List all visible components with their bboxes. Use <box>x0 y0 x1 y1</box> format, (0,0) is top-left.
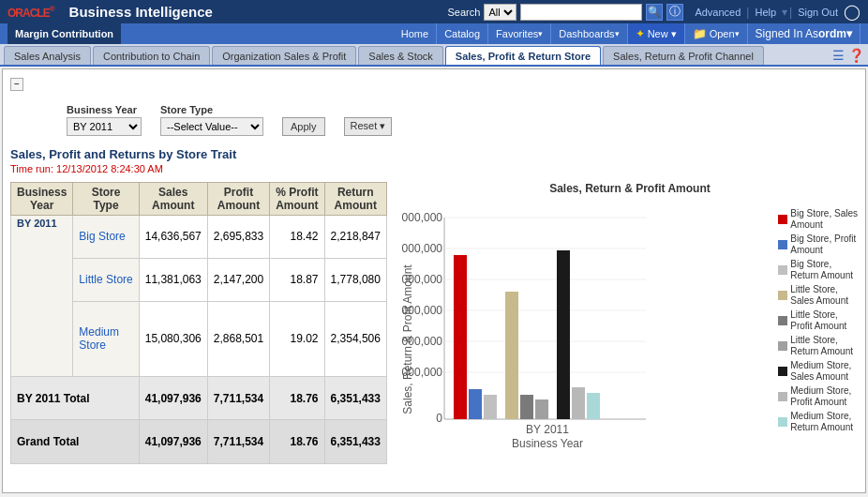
svg-text:6,000,000: 6,000,000 <box>402 335 442 348</box>
legend-label-medium-profit: Medium Store,Profit Amount <box>790 385 851 408</box>
bar-little-sales <box>505 292 518 419</box>
chart-title: Sales, Return & Profit Amount <box>402 182 858 195</box>
tab-help-icon[interactable]: ❓ <box>848 48 864 63</box>
main-content: − Business Year BY 2011 Store Type --Sel… <box>2 68 866 493</box>
total-pct: 18.76 <box>270 377 324 420</box>
tab-sales-profit-return-store[interactable]: Sales, Profit & Return Store <box>445 46 601 65</box>
store-type-label: Store Type <box>160 104 263 115</box>
big-store-link[interactable]: Big Store <box>79 230 125 243</box>
business-year-select[interactable]: BY 2011 <box>67 117 142 136</box>
legend-item-little-returns: Little Store,Return Amount <box>778 335 858 357</box>
search-scope-select[interactable]: All <box>484 4 516 21</box>
folder-icon: 📁 <box>693 27 707 40</box>
legend-color-medium-profit <box>778 392 787 401</box>
chart-svg: Sales, Return & Profit Amount 18,000,000… <box>402 199 674 461</box>
medium-store-sales: 15,080,306 <box>139 301 207 376</box>
reset-button[interactable]: Reset ▾ <box>344 117 393 136</box>
little-store-link[interactable]: Little Store <box>79 273 132 286</box>
data-table: BusinessYear StoreType SalesAmount Profi… <box>10 182 387 464</box>
nav-home[interactable]: Home <box>394 23 437 44</box>
legend-label-medium-sales: Medium Store,Sales Amount <box>790 360 851 383</box>
big-store-sales: 14,636,567 <box>139 215 207 258</box>
col-header-returns: ReturnAmount <box>324 182 386 215</box>
legend-color-medium-returns <box>778 417 787 427</box>
sign-out-link[interactable]: Sign Out <box>794 7 842 18</box>
business-year-label: Business Year <box>67 104 142 115</box>
legend-label-big-profit: Big Store, ProfitAmount <box>790 233 856 256</box>
tab-contribution-to-chain[interactable]: Contribution to Chain <box>93 46 210 65</box>
bar-medium-sales <box>557 250 570 419</box>
bar-medium-returns <box>587 393 600 419</box>
advanced-link[interactable]: Advanced <box>691 7 744 18</box>
col-header-store: StoreType <box>73 182 139 215</box>
svg-text:15,000,000: 15,000,000 <box>402 242 442 255</box>
col-header-sales: SalesAmount <box>139 182 207 215</box>
top-navigation-bar: ORACLE® Business Intelligence Search All… <box>0 0 868 23</box>
bar-big-profit <box>469 389 482 419</box>
bar-little-profit <box>520 395 533 419</box>
little-store-returns: 1,778,080 <box>324 258 386 301</box>
store-type-little: Little Store <box>73 258 139 301</box>
store-type-select[interactable]: --Select Value-- <box>160 117 263 136</box>
nav-catalog[interactable]: Catalog <box>437 23 488 44</box>
nav-open[interactable]: 📁Open <box>685 23 748 44</box>
new-icon: ✦ <box>636 27 645 40</box>
svg-text:0: 0 <box>436 412 442 425</box>
signed-in-user[interactable]: ordm▾ <box>818 27 852 40</box>
nav-signed-in: Signed In As ordm▾ <box>748 23 861 44</box>
data-area: BusinessYear StoreType SalesAmount Profi… <box>10 182 858 464</box>
tab-sales-return-profit-channel[interactable]: Sales, Return & Profit Channel <box>603 46 764 65</box>
legend-color-big-profit <box>778 240 787 249</box>
tab-org-sales-profit[interactable]: Organization Sales & Profit <box>212 46 356 65</box>
svg-text:12,000,000: 12,000,000 <box>402 273 442 286</box>
legend-color-little-profit <box>778 316 787 325</box>
chart-area: Sales, Return & Profit Amount Sales, Ret… <box>402 182 858 464</box>
chart-svg-area: Sales, Return & Profit Amount 18,000,000… <box>402 199 774 464</box>
filter-area: Business Year BY 2011 Store Type --Selec… <box>67 104 858 136</box>
top-nav-links: Advanced | Help ▾ | Sign Out ◯ <box>691 3 861 21</box>
nav-new[interactable]: ✦New ▾ <box>628 23 685 44</box>
table-row: BY 2011 Big Store 14,636,567 2,695,833 1… <box>11 215 387 258</box>
col-header-pct: % ProfitAmount <box>270 182 324 215</box>
legend-item-big-sales: Big Store, SalesAmount <box>778 208 858 231</box>
bar-little-returns <box>535 399 548 419</box>
apply-button[interactable]: Apply <box>282 117 325 136</box>
medium-store-link[interactable]: MediumStore <box>79 325 119 352</box>
tab-right-icons: ☰ ❓ <box>832 48 864 65</box>
medium-store-profit: 2,868,501 <box>207 301 269 376</box>
search-input[interactable] <box>520 4 642 21</box>
chart-container: Sales, Return & Profit Amount 18,000,000… <box>402 199 858 464</box>
legend-label-little-sales: Little Store,Sales Amount <box>790 284 848 307</box>
signed-in-label: Signed In As <box>756 27 818 40</box>
tab-settings-icon[interactable]: ☰ <box>832 48 845 63</box>
legend-label-big-returns: Big Store,Return Amount <box>790 259 853 281</box>
help-link[interactable]: Help <box>751 7 780 18</box>
tab-sales-stock[interactable]: Sales & Stock <box>358 46 442 65</box>
little-store-profit: 2,147,200 <box>207 258 269 301</box>
report-time: Time run: 12/13/2012 8:24:30 AM <box>10 163 858 174</box>
grand-total-returns: 6,351,433 <box>324 420 386 463</box>
svg-text:3,000,000: 3,000,000 <box>402 366 442 379</box>
x-axis-label: Business Year <box>512 437 583 450</box>
second-nav-bar: Margin Contribution Home Catalog Favorit… <box>0 23 868 44</box>
nav-favorites[interactable]: Favorites <box>488 23 551 44</box>
little-store-pct: 18.87 <box>270 258 324 301</box>
search-info-button[interactable]: ⓘ <box>666 4 683 21</box>
oracle-logo: ORACLE® <box>7 5 54 20</box>
col-header-year: BusinessYear <box>11 182 73 215</box>
search-button[interactable]: 🔍 <box>646 4 663 21</box>
store-type-big: Big Store <box>73 215 139 258</box>
legend-item-little-sales: Little Store,Sales Amount <box>778 284 858 307</box>
legend-label-big-sales: Big Store, SalesAmount <box>790 208 858 231</box>
bar-big-sales <box>454 255 467 419</box>
tab-sales-analysis[interactable]: Sales Analysis <box>4 46 91 65</box>
legend-item-big-profit: Big Store, ProfitAmount <box>778 233 858 256</box>
nav-dashboards[interactable]: Dashboards <box>551 23 627 44</box>
big-store-pct: 18.42 <box>270 215 324 258</box>
total-returns: 6,351,433 <box>324 377 386 420</box>
legend-color-big-sales <box>778 215 787 224</box>
collapse-button[interactable]: − <box>10 78 23 91</box>
legend-label-medium-returns: Medium Store,Return Amount <box>790 411 853 433</box>
user-avatar-icon: ◯ <box>844 3 861 21</box>
big-store-returns: 2,218,847 <box>324 215 386 258</box>
